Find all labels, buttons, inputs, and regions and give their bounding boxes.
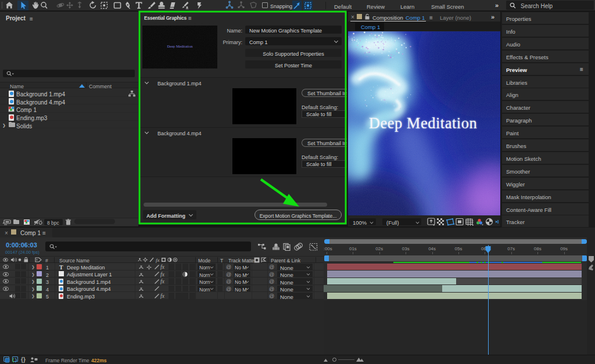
svg-text:fx: fx [156,257,160,263]
